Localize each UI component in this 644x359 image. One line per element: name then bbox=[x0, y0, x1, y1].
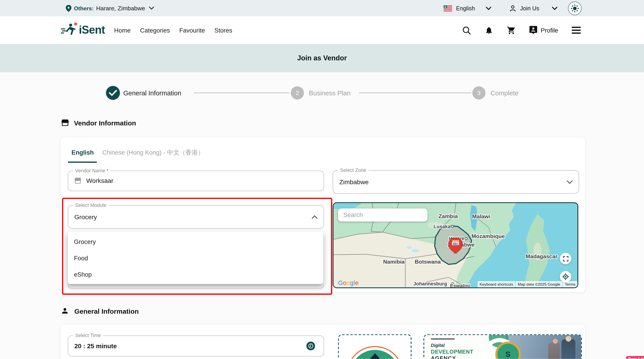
chevron-down-icon bbox=[567, 180, 573, 184]
select-time-label: Select Time bbox=[73, 332, 103, 338]
map-search-input[interactable]: Search bbox=[338, 208, 428, 222]
header-actions: Profile bbox=[462, 16, 581, 44]
page-banner: Join as Vendor bbox=[0, 44, 644, 72]
language-selector[interactable]: English bbox=[444, 5, 491, 12]
logo-image: WW bbox=[339, 335, 409, 359]
chevron-up-icon bbox=[312, 215, 318, 219]
my-location-icon bbox=[562, 273, 569, 280]
storefront-icon bbox=[61, 119, 69, 127]
cover-upload-box[interactable]: Digital DEVELOPMENT AGENCY S bbox=[424, 334, 582, 359]
person-outline-icon bbox=[510, 5, 516, 12]
module-dropdown-menu: Grocery Food eShop bbox=[68, 232, 323, 284]
step-1-label: General Information bbox=[123, 89, 181, 97]
map-attribution: Keyboard shortcuts Map data ©2025 Google… bbox=[478, 281, 578, 287]
profile-button[interactable]: Profile bbox=[530, 26, 558, 34]
map-label-johannesburg: Johannesburg bbox=[413, 281, 447, 286]
menu-icon[interactable] bbox=[572, 27, 581, 34]
clock-button[interactable] bbox=[306, 342, 315, 350]
header: iSent Home Categories Favourite Stores P… bbox=[0, 16, 644, 44]
step-2-circle: 2 bbox=[291, 86, 304, 100]
keyboard-shortcuts-link[interactable]: Keyboard shortcuts bbox=[478, 281, 515, 287]
select-zone-field[interactable]: Select Zone Zimbabwe bbox=[333, 170, 579, 194]
general-section-title: General Information bbox=[74, 308, 139, 315]
bell-icon[interactable] bbox=[485, 26, 493, 35]
page: Others: Harare, Zimbabwe English bbox=[0, 0, 644, 359]
chevron-down-icon bbox=[486, 6, 491, 10]
my-location-button[interactable] bbox=[560, 271, 571, 282]
map-widget[interactable]: Zambia Malawi Lusaka Mozambique Harare Z… bbox=[333, 202, 578, 288]
step-connector bbox=[359, 93, 472, 93]
option-food[interactable]: Food bbox=[68, 249, 323, 266]
nav-categories[interactable]: Categories bbox=[140, 27, 170, 34]
storefront-icon bbox=[74, 177, 82, 185]
select-module-field[interactable]: Select Module Grocery bbox=[68, 205, 324, 228]
map-label-lusaka: Lusaka bbox=[434, 224, 450, 229]
join-us-label: Join Us bbox=[520, 5, 539, 12]
map-data-text: Map data ©2025 Google bbox=[516, 281, 562, 287]
location-pin-icon bbox=[66, 5, 72, 12]
option-grocery[interactable]: Grocery bbox=[68, 233, 323, 249]
vendor-name-field[interactable]: Vendor Name* Worksaar bbox=[68, 171, 324, 191]
runner-icon bbox=[61, 22, 78, 36]
location-prefix: Others: bbox=[74, 5, 94, 11]
map-label-mozambique: Mozambique bbox=[472, 233, 505, 239]
map-label-zambia: Zambia bbox=[438, 213, 458, 219]
fullscreen-icon bbox=[563, 256, 568, 261]
location-selector[interactable]: Others: Harare, Zimbabwe bbox=[66, 0, 154, 16]
vendor-name-label: Vendor Name* bbox=[73, 168, 110, 174]
flag-icon bbox=[444, 5, 452, 11]
step-3-label: Complete bbox=[490, 89, 518, 97]
map-label-malawi: Malawi bbox=[472, 214, 490, 220]
cover-image-photo: S bbox=[506, 335, 581, 359]
watermark-badge: Paint X lite bbox=[626, 356, 644, 359]
google-logo: Google bbox=[338, 279, 359, 286]
logo-upload-box[interactable]: WW bbox=[338, 334, 412, 359]
theme-toggle-button[interactable] bbox=[568, 1, 582, 15]
language-label: English bbox=[456, 5, 475, 12]
active-tab-underline bbox=[68, 162, 97, 163]
option-eshop[interactable]: eShop bbox=[68, 266, 323, 282]
check-icon bbox=[109, 90, 117, 96]
location-value: Harare, Zimbabwe bbox=[96, 5, 145, 12]
step-1-complete-circle bbox=[106, 86, 120, 100]
vendor-name-value: Worksaar bbox=[86, 177, 114, 185]
topbar-right: English Join Us bbox=[444, 0, 582, 16]
tab-english[interactable]: English bbox=[72, 149, 94, 156]
general-info-card: Select Time 20 : 25 minute WW Digital DE… bbox=[60, 324, 586, 359]
vendor-section-title: Vendor Information bbox=[74, 119, 136, 127]
clock-icon bbox=[308, 343, 313, 349]
sun-icon bbox=[570, 4, 579, 12]
nav-home[interactable]: Home bbox=[114, 27, 130, 34]
fullscreen-button[interactable] bbox=[560, 253, 571, 264]
select-zone-value: Zimbabwe bbox=[339, 178, 368, 186]
covered-field-edge bbox=[68, 284, 324, 288]
topbar: Others: Harare, Zimbabwe English bbox=[0, 0, 644, 16]
main-nav: Home Categories Favourite Stores bbox=[114, 16, 232, 44]
map-label-madagascar: Madagascar bbox=[526, 253, 558, 259]
profile-badge-icon bbox=[530, 26, 538, 34]
map-label-botswana: Botswana bbox=[415, 259, 441, 265]
vendor-info-card: English Chinese (Hong Kong) - 中文（香港） Ven… bbox=[60, 137, 586, 293]
tab-chinese[interactable]: Chinese (Hong Kong) - 中文（香港） bbox=[102, 149, 204, 157]
step-3-circle: 3 bbox=[472, 86, 486, 100]
select-module-label: Select Module bbox=[73, 202, 108, 208]
step-connector bbox=[194, 93, 290, 93]
nav-favourite[interactable]: Favourite bbox=[179, 27, 205, 34]
select-time-field[interactable]: Select Time 20 : 25 minute bbox=[68, 335, 324, 356]
search-icon[interactable] bbox=[462, 26, 471, 35]
cart-icon[interactable] bbox=[507, 26, 516, 35]
select-time-value: 20 : 25 minute bbox=[74, 342, 117, 349]
map-label-eswatini: Eswatini bbox=[450, 283, 470, 287]
terms-link[interactable]: Terms bbox=[563, 281, 578, 287]
select-zone-label: Select Zone bbox=[338, 167, 368, 173]
map-label-namibia: Namibia bbox=[383, 259, 404, 265]
brand-name: iSent bbox=[79, 24, 105, 36]
brand-logo[interactable]: iSent bbox=[61, 22, 105, 36]
chevron-down-icon bbox=[149, 7, 154, 10]
join-us[interactable]: Join Us bbox=[510, 5, 558, 12]
profile-label: Profile bbox=[541, 27, 558, 34]
step-2-label: Business Plan bbox=[309, 89, 350, 97]
nav-stores[interactable]: Stores bbox=[214, 27, 232, 34]
page-title: Join as Vendor bbox=[297, 54, 347, 62]
person-icon bbox=[61, 307, 69, 315]
